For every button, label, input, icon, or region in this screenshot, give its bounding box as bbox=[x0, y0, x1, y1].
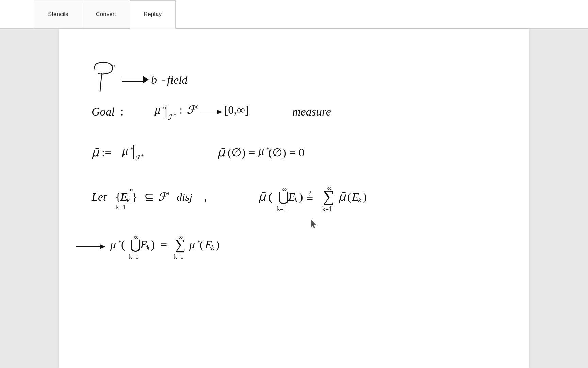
svg-text:*: * bbox=[162, 105, 166, 113]
svg-text:Let: Let bbox=[91, 190, 107, 203]
tab-convert[interactable]: Convert bbox=[82, 0, 130, 28]
svg-marker-18 bbox=[217, 110, 222, 114]
svg-text:(: ( bbox=[200, 238, 203, 251]
svg-text:ℱ: ℱ bbox=[167, 113, 174, 121]
svg-text:k=1: k=1 bbox=[322, 205, 332, 212]
svg-text:k: k bbox=[127, 196, 130, 204]
tab-replay[interactable]: Replay bbox=[130, 0, 176, 29]
svg-text:*: * bbox=[141, 153, 144, 159]
svg-text:{: { bbox=[115, 190, 121, 203]
svg-text:k=1: k=1 bbox=[277, 205, 287, 212]
svg-text:(: ( bbox=[121, 238, 125, 251]
toolbar: Stencils Convert Replay bbox=[0, 0, 588, 29]
svg-text:*: * bbox=[112, 63, 116, 71]
svg-text:∞: ∞ bbox=[178, 234, 183, 241]
svg-text::: : bbox=[179, 104, 182, 116]
svg-text:μ̄: μ̄ bbox=[217, 146, 226, 159]
svg-text:): ) bbox=[216, 238, 219, 251]
svg-text:k: k bbox=[146, 243, 150, 252]
svg-text:(: ( bbox=[268, 190, 272, 203]
svg-text:): ) bbox=[151, 238, 155, 251]
svg-text:): ) bbox=[363, 190, 367, 203]
svg-text:,: , bbox=[204, 190, 207, 203]
svg-text:μ: μ bbox=[258, 144, 264, 157]
svg-text:k=1: k=1 bbox=[116, 204, 126, 211]
svg-text:disj: disj bbox=[177, 191, 192, 203]
svg-text:*: * bbox=[165, 190, 169, 199]
svg-text:(: ( bbox=[347, 190, 351, 203]
svg-text:b: b bbox=[151, 74, 157, 86]
svg-text:∞: ∞ bbox=[327, 185, 331, 192]
svg-text:(∅) =: (∅) = bbox=[228, 146, 255, 159]
svg-text:=: = bbox=[307, 192, 313, 205]
svg-text::=: := bbox=[102, 146, 112, 159]
svg-text:k: k bbox=[211, 243, 215, 252]
svg-text:k=1: k=1 bbox=[129, 253, 138, 260]
svg-text:μ̄: μ̄ bbox=[258, 190, 266, 203]
svg-text:μ: μ bbox=[189, 238, 195, 251]
svg-text:=: = bbox=[161, 238, 167, 251]
svg-text:(∅) = 0: (∅) = 0 bbox=[268, 146, 305, 159]
svg-text:μ: μ bbox=[110, 238, 116, 251]
svg-text:ℱ: ℱ bbox=[135, 154, 142, 162]
svg-text:[0,∞]: [0,∞] bbox=[224, 104, 249, 116]
svg-text:*: * bbox=[174, 112, 176, 118]
svg-text:μ: μ bbox=[122, 144, 128, 157]
svg-text:μ: μ bbox=[154, 104, 160, 116]
svg-marker-3 bbox=[143, 76, 149, 84]
canvas-area: * b - field Goal : μ * bbox=[0, 29, 588, 368]
svg-text:∞: ∞ bbox=[282, 186, 287, 193]
svg-text:-: - bbox=[161, 74, 165, 86]
svg-marker-64 bbox=[100, 244, 105, 249]
svg-text:∞: ∞ bbox=[128, 186, 133, 194]
whiteboard[interactable]: * b - field Goal : μ * bbox=[59, 29, 529, 368]
svg-text:∞: ∞ bbox=[134, 234, 138, 241]
svg-text:measure: measure bbox=[292, 105, 331, 118]
svg-text:μ̄: μ̄ bbox=[92, 146, 100, 159]
math-content: * b - field Goal : μ * bbox=[59, 29, 529, 368]
tab-stencils[interactable]: Stencils bbox=[34, 0, 82, 28]
svg-text:⊆: ⊆ bbox=[144, 190, 154, 203]
svg-text:*: * bbox=[130, 145, 134, 154]
svg-text:k: k bbox=[294, 196, 298, 204]
svg-text:*: * bbox=[194, 104, 198, 113]
svg-text:k: k bbox=[358, 196, 362, 204]
svg-text:): ) bbox=[299, 190, 303, 203]
svg-text:μ̄: μ̄ bbox=[338, 190, 346, 203]
svg-text:k=1: k=1 bbox=[174, 253, 183, 260]
svg-text:Goal: Goal bbox=[92, 105, 115, 118]
svg-text:field: field bbox=[167, 74, 188, 86]
svg-text::: : bbox=[120, 105, 124, 118]
